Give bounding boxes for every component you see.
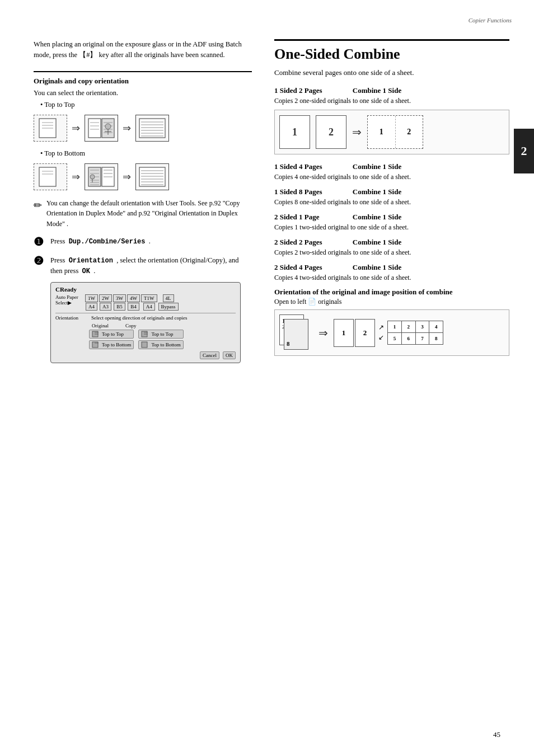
original-label: Original (92, 323, 109, 328)
top-to-bottom-diagrams: ⇒ (34, 163, 252, 190)
section-header: Copier Functions (469, 17, 512, 24)
screen-divider-1 (55, 313, 236, 313)
section-1s4p: 1 Sided 4 Pages Combine 1 Side Copies 4 … (274, 162, 509, 182)
page: Copier Functions 2 When placing an origi… (0, 0, 534, 756)
orient-page-1: 1 (334, 319, 354, 347)
screen-title-label: CReady (55, 286, 77, 293)
paper-a4: A4 (86, 303, 97, 311)
orig-stack: 1 2 8 (279, 314, 313, 351)
auto-paper-label: Auto PaperSelect▶ (55, 294, 83, 311)
direction-label: Select opening direction of originals an… (91, 315, 187, 321)
section-1s2p: 1 Sided 2 Pages Combine 1 Side Copies 2 … (274, 86, 509, 155)
combine-desc-2s1pg: Copies 1 two-sided original to one side … (274, 223, 509, 232)
paper-4l: 4L (163, 294, 174, 302)
orient-grid: 1 2 3 4 5 6 7 8 (387, 321, 443, 345)
btn-top-to-bottom-orig[interactable]: Top to Bottom (89, 340, 134, 349)
combine-title-2s1pg: 2 Sided 1 Page Combine 1 Side (274, 213, 509, 222)
svg-rect-16 (139, 119, 165, 138)
tab-label-1s4p: 1 Sided 4 Pages (274, 162, 347, 171)
cancel-button[interactable]: Cancel (200, 351, 219, 359)
tab-label-2s4p: 2 Sided 4 Pages (274, 263, 347, 272)
copy-label: Copy (125, 323, 137, 328)
screen-footer: Cancel OK (55, 351, 236, 359)
screen-orientation-row: Orientation Select opening direction of … (55, 315, 236, 321)
paper-b5: B5 (114, 303, 125, 311)
note-text: You can change the default orientation w… (46, 198, 252, 229)
copy-doc-4 (135, 163, 169, 190)
combine-label-1s2p: Combine 1 Side (353, 86, 401, 95)
pencil-icon: ✏ (34, 199, 42, 212)
paper-bypass: Bypass (158, 303, 179, 311)
page-num-8: 8 (287, 340, 290, 347)
section-2s1pg: 2 Sided 1 Page Combine 1 Side Copies 1 t… (274, 213, 509, 232)
grid-cell-6: 6 (402, 333, 415, 344)
arrow-2: ⇒ (123, 122, 131, 134)
ok-button[interactable]: OK (223, 351, 236, 359)
page-orig-2: 2 (316, 115, 346, 149)
svg-rect-54 (142, 342, 147, 348)
combine-label-2s1pg: Combine 1 Side (353, 213, 401, 221)
copy-doc-1 (85, 115, 118, 142)
paper-3w: 3W (113, 294, 126, 302)
bullet-top-to-top: • Top to Top (40, 101, 252, 109)
orient-pages: 1 2 (334, 319, 375, 347)
orient-buttons-row: Top to Top Top to Bottom Top to Top Top … (89, 330, 236, 349)
orientation-label: Orientation (55, 315, 89, 321)
svg-rect-23 (39, 167, 56, 186)
orient-grid-container: 1 2 3 4 5 6 7 8 (387, 321, 443, 345)
originals-label: originals (318, 298, 341, 306)
combine-arrow: ⇒ (350, 125, 364, 139)
orig-copy-labels: Original Copy (55, 323, 236, 328)
grid-cell-1: 1 (388, 321, 401, 332)
originals-section-title: Originals and copy orientation (34, 77, 252, 86)
screen-title-row: CReady (55, 286, 236, 293)
chapter-number: 2 (521, 144, 527, 158)
paper-t1w: T1W (141, 294, 157, 302)
grid-cell-2: 2 (402, 321, 415, 332)
combine-title-2s2p: 2 Sided 2 Pages Combine 1 Side (274, 238, 509, 247)
grid-cell-3: 3 (416, 321, 429, 332)
tab-label-1s8p: 1 Sided 8 Pages (274, 187, 347, 196)
arrow-4: ⇒ (123, 171, 131, 183)
page-orig-1: 1 (279, 115, 310, 149)
header-text: Copier Functions (469, 17, 512, 24)
step-2-text: Press Orientation , select the orientati… (50, 255, 252, 276)
top-to-top-diagrams: ⇒ ⇒ (34, 115, 252, 142)
bullet-top-to-top-label: Top to Top (44, 101, 74, 109)
paper-cells: 1W A4 2W A3 3W B5 4W B4 (85, 294, 179, 311)
step-2-number: ❷ (34, 254, 46, 267)
svg-rect-4 (88, 119, 101, 138)
combine-desc-2s2p: Copies 2 two-sided originals to one side… (274, 248, 509, 257)
paper-b4: B4 (128, 303, 139, 311)
left-column: When placing an original on the exposure… (34, 39, 252, 363)
combine-desc-1s8p: Copies 8 one-sided originals to one side… (274, 198, 509, 207)
paper-4w: 4W (127, 294, 140, 302)
svg-point-13 (105, 124, 111, 129)
grid-cell-4: 4 (429, 321, 443, 332)
chapter-tab: 2 (514, 129, 534, 173)
btn-top-to-top-orig[interactable]: Top to Top (89, 330, 134, 339)
step-1-number: ❶ (34, 235, 46, 248)
combine-label-1s8p: Combine 1 Side (353, 187, 401, 196)
combined-half-1: 1 (368, 116, 396, 148)
arrow-3: ⇒ (72, 171, 80, 183)
orientation-title: Orientation of the original and image po… (274, 288, 509, 297)
paper-a4-2: A4 (143, 303, 155, 311)
orient-arrow: ⇒ (316, 326, 330, 340)
orientation-subtitle: You can select the orientation. (34, 89, 252, 97)
svg-rect-39 (139, 167, 165, 186)
grid-cell-8: 8 (429, 333, 443, 344)
divider-originals (34, 71, 252, 72)
paper-a3: A3 (100, 303, 111, 311)
main-description: Combine several pages onto one side of a… (274, 67, 509, 78)
svg-point-33 (90, 175, 95, 179)
section-2s2p: 2 Sided 2 Pages Combine 1 Side Copies 2 … (274, 238, 509, 257)
btn-top-to-top-copy[interactable]: Top to Top (138, 330, 183, 339)
combine-title-1s4p: 1 Sided 4 Pages Combine 1 Side (274, 162, 509, 171)
btn-top-to-bottom-copy[interactable]: Top to Bottom (138, 340, 183, 349)
copy-doc-3 (85, 163, 118, 190)
combined-half-2: 2 (396, 116, 423, 148)
main-title: One-Sided Combine (274, 39, 509, 63)
step-1-block: ❶ Press Dup./Combine/Series . (34, 235, 252, 248)
orig-doc-1 (34, 115, 67, 142)
